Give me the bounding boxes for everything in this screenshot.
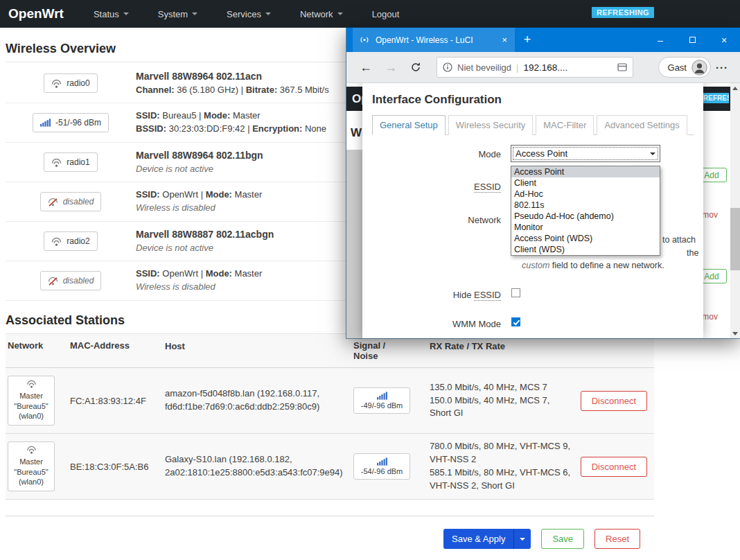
tab-close-icon[interactable]: × <box>500 35 509 45</box>
status-line: Wireless is disabled <box>136 202 262 215</box>
signal-cell: -49/-96 dBm <box>353 387 430 414</box>
browser-tab[interactable]: OpenWrt - Wireless - LuCI × <box>353 28 515 52</box>
network-mode: Master <box>10 457 53 467</box>
footer-actions: Save & Apply Save Reset <box>6 516 654 549</box>
action-cell: Disconnect <box>572 457 654 477</box>
nav-network[interactable]: Network <box>285 0 358 28</box>
dropdown-option[interactable]: Pseudo Ad-Hoc (ahdemo) <box>511 211 660 222</box>
radio-badge-label: radio0 <box>67 78 89 88</box>
network-cell: Master "Bureau5" (wlan0) <box>6 376 70 426</box>
signal-badge: -49/-96 dBm <box>353 387 410 414</box>
openwrt-brand: OpenWrt <box>8 6 64 21</box>
network-device: (wlan0) <box>10 411 53 421</box>
network-badge: Master "Bureau5" (wlan0) <box>8 376 55 426</box>
scrollbar-thumb[interactable] <box>730 208 740 270</box>
badge-cell: disabled <box>6 192 136 211</box>
nav-system[interactable]: System <box>143 0 212 28</box>
badge-cell: disabled <box>6 271 136 290</box>
nav-status-label: Status <box>94 9 119 19</box>
dropdown-option[interactable]: Monitor <box>511 222 660 233</box>
reset-button[interactable]: Reset <box>594 529 640 549</box>
nav-status[interactable]: Status <box>79 0 143 28</box>
inner-refreshing-badge: REFRESHING <box>701 93 729 103</box>
badge-cell: radio0 <box>6 73 136 93</box>
tab-mac-filter[interactable]: MAC-Filter <box>536 115 594 135</box>
wifi-icon <box>51 79 62 88</box>
dropdown-option[interactable]: Client <box>511 177 660 189</box>
scrollbar[interactable] <box>730 83 740 338</box>
dropdown-option[interactable]: Ad-Hoc <box>511 189 660 200</box>
tx-rate: 150.0 Mbit/s, 40 MHz, MCS 7, Short GI <box>430 394 572 421</box>
radio-badge: radio2 <box>44 231 97 251</box>
stations-header: Network MAC-Address Host Signal / Noise … <box>6 334 654 368</box>
dropdown-option[interactable]: Access Point (WDS) <box>511 233 660 244</box>
maximize-icon <box>689 37 696 43</box>
chevron-down-icon <box>337 12 343 15</box>
disabled-badge-label: disabled <box>63 276 94 286</box>
dropdown-option[interactable]: 802.11s <box>511 200 660 211</box>
tab-advanced-settings[interactable]: Advanced Settings <box>597 115 687 135</box>
tab-wireless-security[interactable]: Wireless Security <box>448 115 533 135</box>
disconnect-button[interactable]: Disconnect <box>581 457 647 477</box>
url-bar[interactable]: Niet beveiligd | 192.168.... <box>437 57 633 78</box>
dropdown-option[interactable]: Access Point <box>511 166 660 177</box>
close-button[interactable]: × <box>708 28 740 52</box>
help-rest: field to define a new network. <box>549 261 664 270</box>
scroll-down-arrow[interactable] <box>730 329 740 338</box>
wmm-mode-checkbox[interactable] <box>511 317 520 326</box>
wifi-icon <box>26 446 37 454</box>
scroll-up-arrow[interactable] <box>730 83 740 93</box>
status-line: Wireless is disabled <box>136 281 262 294</box>
rate-cell: 780.0 Mbit/s, 80 MHz, VHT-MCS 9, VHT-NSS… <box>430 440 572 492</box>
signal-value: -54/-96 dBm <box>355 467 408 475</box>
security-label: Niet beveiligd <box>457 62 511 73</box>
radio-title: Marvell 88W8964 802.11acn <box>136 69 329 83</box>
save-apply-button[interactable]: Save & Apply <box>443 529 531 549</box>
avatar-icon <box>691 60 707 76</box>
refresh-icon <box>410 62 421 73</box>
mac-address: BE:18:C3:0F:5A:B6 <box>70 462 165 472</box>
hide-essid-checkbox[interactable] <box>511 288 520 297</box>
back-button[interactable]: ← <box>353 56 378 78</box>
save-button[interactable]: Save <box>541 529 584 549</box>
help-text-fragment: custom field to define a new network. <box>522 261 664 270</box>
wifi-disabled-icon <box>48 277 58 286</box>
profile-button[interactable]: Gast <box>658 57 711 78</box>
hide-prefix: Hide <box>453 290 474 300</box>
network-badge: Master "Bureau5" (wlan0) <box>8 441 55 491</box>
tx-rate: 585.1 Mbit/s, 80 MHz, VHT-MCS 6, VHT-NSS… <box>430 466 572 493</box>
nav-services[interactable]: Services <box>212 0 285 28</box>
nav-logout[interactable]: Logout <box>358 0 414 28</box>
refresh-button[interactable] <box>403 56 428 78</box>
wmm-mode-label: WMM Mode <box>362 319 501 329</box>
help-text-fragment: to attach <box>662 235 696 245</box>
col-host: Host <box>165 340 353 353</box>
new-tab-button[interactable]: + <box>515 28 540 52</box>
network-cell: Master "Bureau5" (wlan0) <box>6 441 70 491</box>
disconnect-button[interactable]: Disconnect <box>581 391 647 411</box>
info-icon <box>443 62 452 72</box>
chevron-down-icon <box>520 538 525 541</box>
save-apply-dropdown[interactable] <box>513 529 531 549</box>
browser-menu-button[interactable]: ··· <box>711 62 733 73</box>
radio-title: Marvell 88W8887 802.11acbgn <box>136 227 274 241</box>
rate-cell: 135.0 Mbit/s, 40 MHz, MCS 7 150.0 Mbit/s… <box>430 381 572 421</box>
wifi-icon <box>51 237 62 246</box>
dialog-title: Interface Configuration <box>362 83 703 107</box>
signal-badge: -51/-96 dBm <box>33 113 109 132</box>
mode-select[interactable]: Access Point <box>511 145 660 162</box>
window-controls: – × <box>644 28 740 52</box>
custom-word: custom <box>522 261 549 270</box>
browser-titlebar[interactable]: OpenWrt - Wireless - LuCI × + – × <box>346 28 740 52</box>
mode-dropdown-list: Access Point Client Ad-Hoc 802.11s Pseud… <box>511 166 660 256</box>
network-mode: Master <box>10 391 53 401</box>
maximize-button[interactable] <box>676 28 708 52</box>
url-text: 192.168.... <box>523 62 567 73</box>
tab-general-setup[interactable]: General Setup <box>372 115 446 135</box>
dropdown-option[interactable]: Client (WDS) <box>511 244 660 255</box>
network-ssid: "Bureau5" <box>10 401 53 412</box>
forward-button[interactable]: → <box>378 56 403 78</box>
tab-search-icon[interactable] <box>617 62 627 72</box>
minimize-button[interactable]: – <box>644 28 676 52</box>
station-row: Master "Bureau5" (wlan0) BE:18:C3:0F:5A:… <box>6 434 654 500</box>
